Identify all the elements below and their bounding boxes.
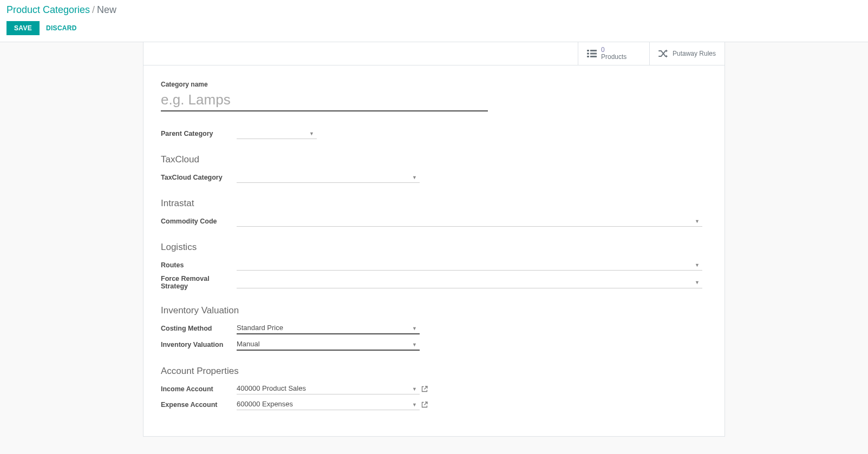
- force-removal-label: Force Removal Strategy: [161, 275, 237, 290]
- income-account-external-link[interactable]: [421, 386, 428, 392]
- putaway-rules-stat-button[interactable]: Putaway Rules: [649, 42, 725, 65]
- section-inventory-valuation-title: Inventory Valuation: [161, 305, 707, 316]
- svg-rect-2: [587, 53, 589, 55]
- income-account-label: Income Account: [161, 385, 237, 393]
- breadcrumb: Product Categories/New: [6, 4, 862, 16]
- list-icon: [587, 50, 597, 57]
- commodity-code-dropdown[interactable]: [237, 215, 702, 227]
- products-label: Products: [601, 54, 626, 61]
- costing-method-label: Costing Method: [161, 325, 237, 332]
- expense-account-dropdown[interactable]: [237, 399, 420, 410]
- inventory-valuation-dropdown[interactable]: [237, 339, 420, 351]
- section-account-properties-title: Account Properties: [161, 366, 707, 377]
- discard-button[interactable]: DISCARD: [46, 24, 77, 32]
- costing-method-dropdown[interactable]: [237, 323, 420, 334]
- commodity-code-label: Commodity Code: [161, 218, 237, 225]
- force-removal-dropdown[interactable]: [237, 277, 702, 288]
- expense-account-external-link[interactable]: [421, 402, 428, 408]
- putaway-rules-label: Putaway Rules: [673, 50, 716, 57]
- section-taxcloud-title: TaxCloud: [161, 154, 707, 165]
- routes-label: Routes: [161, 261, 237, 269]
- stat-button-box: 0 Products Putaway Rules: [143, 42, 725, 65]
- category-name-label: Category name: [161, 81, 707, 88]
- svg-rect-1: [590, 50, 597, 51]
- breadcrumb-parent-link[interactable]: Product Categories: [6, 4, 90, 15]
- inventory-valuation-label: Inventory Valuation: [161, 341, 237, 348]
- svg-rect-4: [587, 56, 589, 57]
- external-link-icon: [421, 402, 428, 408]
- breadcrumb-current: New: [97, 4, 116, 15]
- section-intrastat-title: Intrastat: [161, 198, 707, 209]
- shuffle-icon: [658, 49, 668, 58]
- section-logistics-title: Logistics: [161, 242, 707, 253]
- svg-rect-3: [590, 53, 597, 55]
- svg-rect-0: [587, 50, 589, 51]
- taxcloud-category-dropdown[interactable]: [237, 172, 420, 183]
- taxcloud-category-label: TaxCloud Category: [161, 174, 237, 181]
- save-button[interactable]: SAVE: [6, 21, 40, 35]
- breadcrumb-separator: /: [92, 4, 95, 15]
- expense-account-label: Expense Account: [161, 401, 237, 409]
- parent-category-label: Parent Category: [161, 130, 237, 137]
- parent-category-dropdown[interactable]: [237, 128, 317, 139]
- routes-dropdown[interactable]: [237, 259, 702, 271]
- external-link-icon: [421, 386, 428, 392]
- products-stat-button[interactable]: 0 Products: [578, 42, 649, 65]
- income-account-dropdown[interactable]: [237, 383, 420, 394]
- svg-rect-5: [590, 56, 597, 57]
- category-name-input[interactable]: [161, 90, 488, 111]
